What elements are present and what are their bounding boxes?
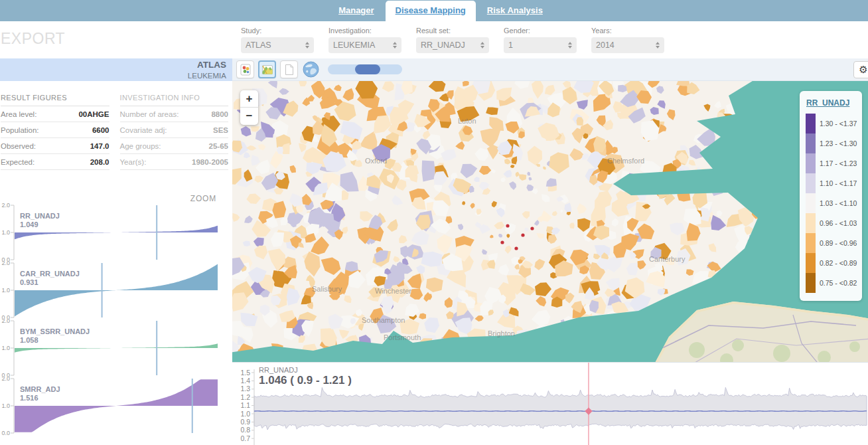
svg-text:Chelmsford: Chelmsford (607, 157, 644, 165)
map-zoom-in-button[interactable]: + (240, 90, 258, 108)
svg-text:Canterbury: Canterbury (649, 255, 686, 263)
row-label: Population: (1, 126, 39, 134)
legend-range: 1.30 - <1.37 (816, 120, 857, 128)
svg-text:0.0: 0.0 (1, 430, 10, 436)
map-settings-button[interactable]: ⚙ (853, 61, 868, 78)
svg-text:0.7: 0.7 (240, 434, 250, 442)
filter-years: Years: 2014 (591, 27, 664, 58)
legend-swatch (806, 273, 816, 293)
legend-range: 0.89 - <0.96 (816, 239, 857, 247)
legend-row: 1.23 - <1.30 (806, 134, 858, 153)
timeseries-panel[interactable]: RR_UNADJ 1.046 ( 0.9 - 1.21 ) 1.51.41.31… (232, 362, 868, 445)
legend-row: 1.03 - <1.10 (806, 193, 858, 213)
filter-label: Result set: (416, 27, 489, 35)
study-select-value: ATLAS (246, 41, 271, 50)
svg-text:2.0: 2.0 (1, 319, 10, 324)
export-panel: EXPORT ATLAS LEUKEMIA RESULT FIGURES Are… (0, 21, 232, 445)
svg-text:2.0: 2.0 (1, 261, 10, 266)
legend-range: 1.03 - <1.10 (816, 199, 857, 207)
info-row-years: Year(s): 1980-2005 (120, 154, 229, 170)
choropleth-map[interactable]: OxfordLutonChelmsfordCanterburySalisbury… (232, 81, 868, 362)
row-value: 00AHGE (78, 110, 109, 118)
row-label: Expected: (1, 158, 35, 166)
map-icon (261, 64, 273, 76)
svg-text:1.5: 1.5 (240, 369, 250, 377)
tab-manager[interactable]: Manager (328, 1, 384, 21)
svg-text:Southampton: Southampton (362, 316, 405, 324)
svg-text:1.2: 1.2 (240, 393, 250, 401)
spinner-icon (656, 42, 660, 48)
study-banner: ATLAS LEUKEMIA (0, 58, 232, 81)
spinner-icon (393, 42, 397, 48)
svg-text:SMRR_ADJ: SMRR_ADJ (20, 385, 60, 393)
svg-text:Oxford: Oxford (365, 157, 387, 165)
distribution-chart-rr-unadj[interactable]: 2.01.00.0RR_UNADJ1.049 (0, 203, 232, 261)
legend-range: 1.10 - <1.17 (816, 179, 857, 187)
legend-row: 0.82 - <0.89 (806, 253, 858, 273)
basemap-globe-button[interactable] (302, 60, 320, 78)
svg-text:1.4: 1.4 (240, 377, 250, 385)
gender-select-value: 1 (508, 41, 513, 50)
spinner-icon (568, 42, 572, 48)
tab-disease-mapping[interactable]: Disease Mapping (386, 1, 476, 21)
info-row-expected: Expected: 208.0 (1, 154, 109, 170)
legend-row: 1.30 - <1.37 (806, 114, 858, 134)
gender-select[interactable]: 1 (504, 37, 577, 53)
tab-risk-analysis[interactable]: Risk Analysis (477, 1, 553, 21)
svg-text:1.0: 1.0 (240, 410, 250, 418)
svg-text:BYM_SSRR_UNADJ: BYM_SSRR_UNADJ (20, 327, 90, 335)
timeseries-title: RR_UNADJ (259, 366, 298, 374)
gear-icon: ⚙ (859, 64, 867, 76)
investigation-select[interactable]: LEUKEMIA (328, 37, 401, 53)
distribution-chart-smrr-adj[interactable]: 2.01.00.0SMRR_ADJ1.516 (0, 377, 232, 443)
info-row-covariate-adj: Covariate adj: SES (120, 122, 229, 138)
filter-study: Study: ATLAS (241, 27, 314, 58)
result-set-select[interactable]: RR_UNADJ (416, 37, 489, 53)
map-canvas[interactable]: OxfordLutonChelmsfordCanterburySalisbury… (232, 81, 868, 362)
main-area: Study: ATLAS Investigation: LEUKEMIA Res… (232, 21, 868, 445)
distribution-chart-bym-ssrr-unadj[interactable]: 2.01.00.0BYM_SSRR_UNADJ1.058 (0, 319, 232, 377)
nav-tabs: Manager Disease Mapping Risk Analysis (0, 0, 868, 21)
legend-swatch (806, 213, 816, 233)
row-label: Area level: (1, 110, 36, 118)
report-view-button[interactable] (280, 60, 298, 78)
distribution-charts: 2.01.00.0RR_UNADJ1.049 2.01.00.0CAR_RR_U… (0, 203, 232, 443)
map-view-button[interactable] (258, 60, 276, 78)
svg-text:Winchester: Winchester (375, 287, 411, 295)
svg-text:1.516: 1.516 (20, 394, 38, 402)
svg-text:2.0: 2.0 (1, 377, 10, 382)
legend-row: 0.96 - <1.03 (806, 213, 858, 233)
opacity-slider-knob[interactable] (355, 64, 380, 74)
charts-zoom-label[interactable]: ZOOM (190, 194, 216, 203)
legend-range: 1.23 - <1.30 (816, 139, 857, 147)
study-select[interactable]: ATLAS (241, 37, 314, 53)
globe-icon (303, 61, 319, 78)
investigation-info-heading: INVESTIGATION INFO (120, 90, 229, 106)
investigation-name: LEUKEMIA (6, 71, 226, 80)
years-select-value: 2014 (596, 41, 615, 50)
map-zoom-out-button[interactable]: − (240, 108, 258, 125)
svg-text:Brighton: Brighton (488, 329, 515, 337)
result-set-select-value: RR_UNADJ (421, 41, 465, 50)
info-row-number-of-areas: Number of areas: 8800 (120, 106, 229, 122)
filter-label: Years: (591, 27, 664, 35)
filter-gender: Gender: 1 (504, 27, 577, 58)
distribution-chart-car-rr-unadj[interactable]: 2.01.00.0CAR_RR_UNADJ0.931 (0, 261, 232, 319)
row-label: Number of areas: (120, 110, 179, 118)
svg-text:0.931: 0.931 (20, 278, 38, 286)
export-panel-title: EXPORT (1, 30, 232, 48)
blank-page-icon (283, 64, 295, 76)
info-row-population: Population: 6600 (1, 122, 109, 138)
legend-swatch (806, 134, 816, 153)
svg-text:0.8: 0.8 (240, 426, 250, 434)
spinner-icon (305, 42, 309, 48)
legend-swatch (806, 253, 816, 273)
opacity-slider[interactable] (328, 64, 402, 74)
legend-swatch (806, 153, 816, 173)
charts-view-button[interactable] (236, 60, 254, 78)
svg-text:Luton: Luton (458, 117, 476, 125)
years-select[interactable]: 2014 (591, 37, 664, 53)
filter-investigation: Investigation: LEUKEMIA (328, 27, 401, 58)
result-figures-section: RESULT FIGURES Area level: 00AHGE Popula… (1, 90, 109, 170)
legend-range: 0.82 - <0.89 (816, 259, 857, 267)
